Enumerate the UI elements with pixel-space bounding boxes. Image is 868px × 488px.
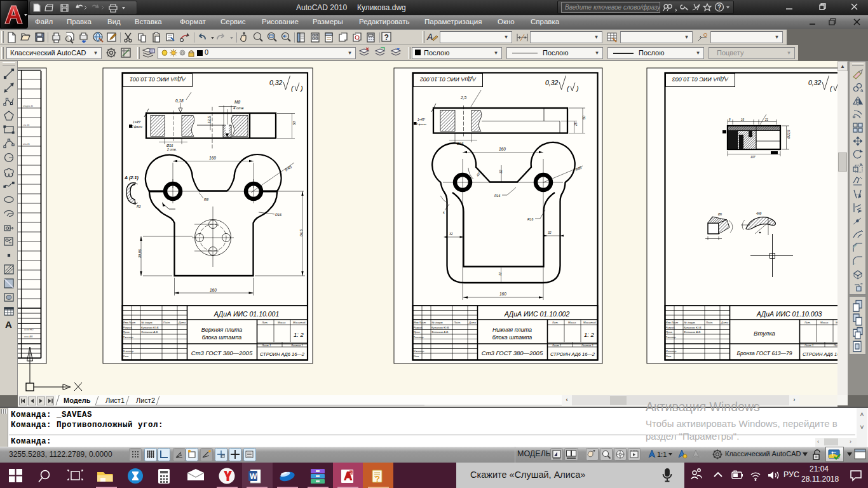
svg-text:Фетисов А.В.: Фетисов А.В. [431, 330, 449, 334]
svg-text:СТРОИН АД6 16—2: СТРОИН АД6 16—2 [803, 351, 837, 357]
svg-text:Ст3 ГОСТ 380—2005: Ст3 ГОСТ 380—2005 [191, 349, 253, 356]
svg-text:0,32: 0,32 [545, 79, 559, 86]
svg-text:блока штампа: блока штампа [202, 334, 242, 341]
svg-text:?: ? [384, 33, 389, 42]
svg-text:2,5: 2,5 [460, 95, 466, 100]
svg-text:1×45°: 1×45° [417, 118, 425, 121]
svg-text:Лист 1: Лист 1 [552, 344, 561, 347]
svg-text:32: 32 [498, 272, 502, 276]
svg-text:Пров.: Пров. [666, 330, 673, 334]
svg-text:Н.контр.: Н.контр. [666, 349, 677, 353]
svg-text:Куликова Ю.В.: Куликова Ю.В. [141, 326, 159, 329]
svg-text:АДиА ИИС 01.10.003: АДиА ИИС 01.10.003 [672, 76, 729, 83]
svg-text:Листов 1: Листов 1 [290, 344, 303, 347]
svg-text:Куликова Ю.В.: Куликова Ю.В. [684, 326, 702, 329]
svg-text:1:1: 1:1 [657, 451, 667, 458]
svg-text:Ø6: Ø6 [717, 213, 722, 216]
svg-text:160: 160 [499, 147, 506, 151]
svg-text:R3: R3 [137, 205, 141, 208]
svg-text:A: A [426, 32, 433, 42]
svg-text:Верхняя плита: Верхняя плита [201, 327, 243, 333]
svg-text:Лист 1: Лист 1 [804, 344, 813, 347]
svg-text:Н.контр.: Н.контр. [414, 349, 425, 353]
svg-text:АДиА ИИС 01.10.002: АДиА ИИС 01.10.002 [504, 310, 570, 318]
svg-text:Масштаб: Масштаб [293, 321, 306, 324]
svg-text:асов НЮ: асов НЮ [24, 329, 34, 331]
svg-text:Бронза ГОСТ 613—79: Бронза ГОСТ 613—79 [736, 350, 792, 356]
svg-text:50: 50 [292, 121, 296, 125]
svg-text:кова АМ: кова АМ [24, 336, 33, 338]
svg-text:Т.контр.: Т.контр. [414, 336, 424, 339]
svg-text:16: 16 [741, 118, 745, 121]
svg-text:Утв.: Утв. [123, 355, 130, 358]
svg-text:М8: М8 [234, 100, 240, 104]
svg-text:W: W [250, 472, 257, 481]
svg-text:Подп.: Подп. [163, 321, 170, 324]
svg-text:Ø16: Ø16 [166, 144, 173, 147]
svg-text:Дата: Дата [468, 321, 477, 324]
svg-text:Утв.: Утв. [666, 355, 672, 358]
svg-text:R8: R8 [204, 198, 209, 201]
svg-text:блока штампа: блока штампа [492, 334, 532, 341]
svg-text:Листов 1: Листов 1 [833, 344, 837, 347]
svg-text:Пров.: Пров. [414, 330, 421, 334]
svg-text:Т.контр.: Т.контр. [123, 336, 134, 339]
svg-text:Разраб.: Разраб. [666, 326, 675, 329]
svg-text:Куликова Ю.В.: Куликова Ю.В. [431, 326, 449, 329]
svg-text:Т.контр.: Т.контр. [666, 336, 677, 339]
svg-text:СТРОИН АД6 16—2: СТРОИН АД6 16—2 [260, 351, 305, 357]
svg-text:Изм.Лист: Изм.Лист [123, 321, 136, 324]
svg-text:Лит.: Лит. [804, 321, 811, 324]
svg-text:107: 107 [750, 156, 756, 159]
svg-text:Масштаб: Масштаб [583, 321, 596, 324]
svg-text:160: 160 [210, 288, 217, 292]
svg-text:№ докум.: № докум. [141, 321, 153, 324]
svg-text:0,32: 0,32 [808, 79, 822, 86]
svg-text:32: 32 [449, 232, 453, 236]
svg-text:Масса: Масса [820, 321, 829, 324]
svg-text:А (2:1): А (2:1) [124, 175, 139, 180]
svg-text:50: 50 [582, 116, 586, 119]
svg-text:Лит.: Лит. [552, 321, 559, 324]
svg-text:0,18: 0,18 [175, 98, 184, 103]
svg-text:1: 2: 1: 2 [294, 331, 304, 338]
svg-text:Изм.Лист: Изм.Лист [666, 321, 679, 324]
svg-text:Масштаб: Масштаб [836, 321, 837, 324]
svg-text:Листов 1: Листов 1 [581, 344, 593, 347]
svg-text:2 фаски: 2 фаски [131, 125, 142, 128]
svg-text:0,32: 0,32 [269, 79, 283, 86]
svg-text:20: 20 [350, 471, 354, 475]
svg-text:160: 160 [209, 156, 216, 160]
svg-text:№ докум.: № докум. [684, 321, 695, 324]
svg-text:R16: R16 [275, 213, 282, 217]
svg-text:Нижняя плита: Нижняя плита [492, 327, 532, 333]
svg-text:ста 16: ста 16 [23, 124, 29, 126]
svg-text:Пров.: Пров. [123, 330, 130, 334]
svg-text:АДиА ИИС 01.10.001: АДиА ИИС 01.10.001 [214, 310, 280, 318]
svg-text:R16: R16 [494, 194, 500, 198]
svg-text:160: 160 [499, 292, 506, 296]
svg-text:Н.контр.: Н.контр. [123, 349, 135, 353]
svg-text:25: 25 [574, 122, 578, 126]
svg-text:Лист 1: Лист 1 [261, 344, 271, 347]
svg-text:иба 45: иба 45 [23, 143, 30, 146]
svg-text:АДиА ИИС 01.10.001: АДиА ИИС 01.10.001 [130, 76, 186, 83]
svg-text:?: ? [375, 474, 380, 484]
svg-text:32: 32 [548, 231, 552, 234]
svg-text:Фетисов А.В.: Фетисов А.В. [141, 330, 158, 334]
svg-text:СТРОИН АД6 16—2: СТРОИН АД6 16—2 [550, 351, 595, 357]
svg-text:Дата: Дата [721, 321, 729, 324]
svg-text:Разраб.: Разраб. [414, 326, 423, 329]
svg-text:Масса: Масса [568, 321, 576, 324]
svg-text:2 отв.: 2 отв. [166, 147, 177, 151]
svg-text:21: 21 [764, 118, 769, 121]
svg-text:84,5: 84,5 [299, 229, 303, 236]
svg-text:Лит.: Лит. [261, 321, 268, 324]
svg-text:кладка 45: кладка 45 [23, 105, 33, 107]
svg-text:№ докум.: № докум. [431, 321, 443, 324]
svg-text:R16: R16 [527, 217, 533, 221]
svg-text:Масса: Масса [278, 321, 286, 324]
svg-text:Втулка: Втулка [754, 330, 775, 337]
svg-text:2 фаски: 2 фаски [416, 123, 426, 126]
svg-text:Ø22,5: Ø22,5 [787, 130, 790, 139]
